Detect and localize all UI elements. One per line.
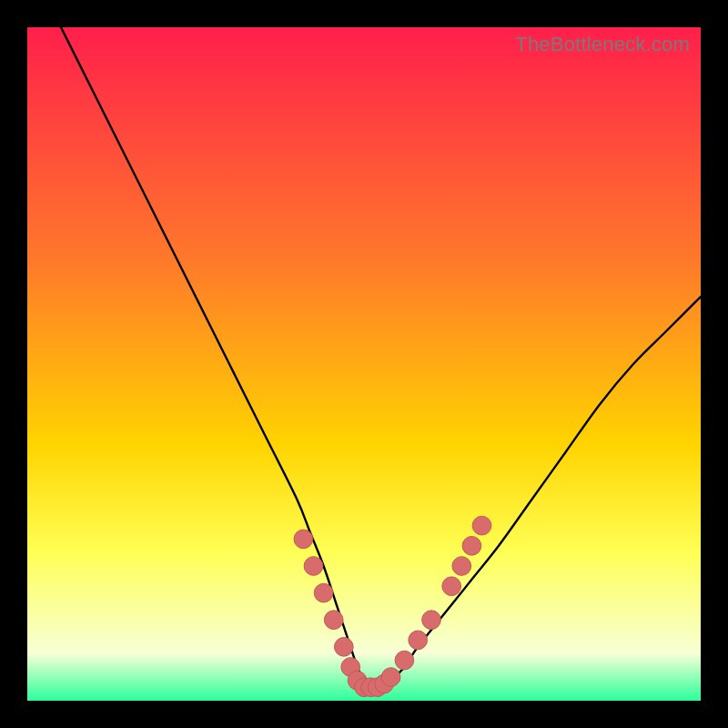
curve-marker bbox=[294, 530, 313, 549]
curve-marker bbox=[442, 577, 461, 596]
curve-marker bbox=[304, 557, 323, 576]
curve-marker bbox=[462, 536, 481, 555]
curve-marker bbox=[452, 557, 471, 576]
watermark-label: TheBottleneck.com bbox=[515, 33, 690, 56]
curve-marker bbox=[395, 651, 414, 670]
chart-stage: TheBottleneck.com bbox=[0, 0, 728, 728]
curve-marker bbox=[324, 611, 343, 630]
curve-marker bbox=[422, 611, 441, 630]
bottleneck-curve bbox=[61, 27, 701, 688]
curve-marker bbox=[409, 631, 428, 650]
curve-marker bbox=[314, 583, 333, 602]
curve-marker bbox=[472, 516, 491, 535]
curve-marker bbox=[334, 637, 353, 656]
plot-area: TheBottleneck.com bbox=[27, 27, 701, 701]
chart-svg bbox=[27, 27, 701, 701]
curve-markers bbox=[294, 516, 491, 696]
curve-marker bbox=[381, 668, 400, 687]
